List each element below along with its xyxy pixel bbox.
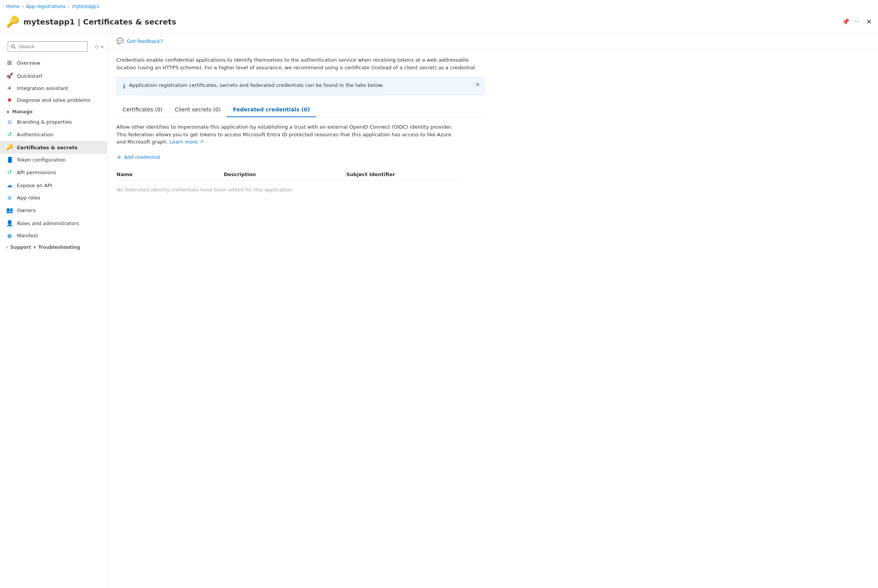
feedback-bar[interactable]: 💬 Got feedback?	[107, 34, 878, 49]
sidebar-item-expose-api[interactable]: ☁ Expose an API	[0, 179, 107, 192]
api-perm-icon: ↺	[6, 169, 13, 176]
learn-more-link[interactable]: Learn more ↗	[169, 139, 203, 145]
breadcrumb-home[interactable]: Home	[6, 4, 20, 9]
col-description: Description	[224, 172, 346, 177]
banner-close-icon[interactable]: ✕	[475, 82, 480, 88]
tab-federated-credentials[interactable]: Federated credentials (0)	[227, 103, 316, 117]
sidebar-item-owners[interactable]: 👥 Owners	[0, 204, 107, 217]
sidebar-label-diagnose: Diagnose and solve problems	[17, 97, 90, 103]
pin-icon[interactable]: 📌	[842, 18, 850, 25]
owners-icon: 👥	[6, 207, 13, 214]
sidebar-search-row: ◇ «	[0, 37, 107, 56]
sidebar-manage-section[interactable]: ∨ Manage	[0, 106, 107, 116]
title-actions: 📌 ···	[842, 18, 860, 25]
sidebar-item-branding[interactable]: ⊟ Branding & properties	[0, 116, 107, 128]
close-button[interactable]: ✕	[866, 18, 872, 26]
expose-api-icon: ☁	[6, 182, 13, 189]
banner-text: Application registration certificates, s…	[129, 82, 478, 88]
sidebar-label-owners: Owners	[17, 207, 36, 213]
quickstart-icon: 🚀	[6, 72, 13, 79]
sidebar-label-expose: Expose an API	[17, 183, 52, 188]
col-subject: Subject Identifier	[346, 172, 461, 177]
overview-icon: ⊞	[6, 59, 13, 66]
sidebar-item-overview[interactable]: ⊞ Overview	[0, 56, 107, 69]
tabs-row: Certificates (0) Client secrets (0) Fede…	[116, 103, 484, 117]
col-name: Name	[116, 172, 224, 177]
sidebar-item-integration[interactable]: ✈ Integration assistant	[0, 82, 107, 94]
content-area: 💬 Got feedback? Credentials enable confi…	[107, 34, 878, 588]
info-banner: ℹ Application registration certificates,…	[116, 77, 484, 95]
sidebar-label-app-roles: App roles	[17, 195, 40, 201]
tab-client-secrets[interactable]: Client secrets (0)	[169, 103, 227, 117]
tab-description-text: Allow other identities to impersonate th…	[116, 124, 452, 145]
roles-admin-icon: 👤	[6, 220, 13, 227]
sidebar-label-api: API permissions	[17, 170, 56, 175]
sidebar-item-roles-admin[interactable]: 👤 Roles and administrators	[0, 217, 107, 230]
sidebar-item-app-roles[interactable]: ⊞ App roles	[0, 192, 107, 204]
table-header: Name Description Subject Identifier	[116, 168, 461, 181]
manifest-icon: ▦	[6, 233, 13, 238]
sidebar: ◇ « ⊞ Overview 🚀 Quickstart ✈ Integratio…	[0, 34, 107, 588]
integration-icon: ✈	[6, 85, 13, 91]
title-bar: 🔑 mytestapp1 | Certificates & secrets 📌 …	[0, 13, 878, 34]
tab-certificates[interactable]: Certificates (0)	[116, 103, 169, 117]
sidebar-item-quickstart[interactable]: 🚀 Quickstart	[0, 69, 107, 82]
diagnose-icon: ✖	[6, 97, 13, 103]
feedback-label: Got feedback?	[127, 38, 163, 44]
page-title: mytestapp1 | Certificates & secrets	[23, 17, 842, 26]
sidebar-item-api-permissions[interactable]: ↺ API permissions	[0, 166, 107, 179]
branding-icon: ⊟	[6, 119, 13, 125]
main-description: Credentials enable confidential applicat…	[116, 56, 484, 71]
sidebar-label-auth: Authentication	[17, 132, 53, 137]
sidebar-search-container	[3, 38, 92, 55]
more-options-icon[interactable]: ···	[854, 18, 860, 25]
sidebar-label-branding: Branding & properties	[17, 119, 72, 125]
manage-chevron-icon: ∨	[6, 109, 10, 114]
sidebar-label-roles-admin: Roles and administrators	[17, 220, 79, 226]
token-icon: ▐▌	[6, 157, 13, 163]
breadcrumb-app-name[interactable]: mytestapp1	[72, 4, 100, 9]
sidebar-label-overview: Overview	[17, 60, 40, 66]
app-roles-icon: ⊞	[6, 195, 13, 201]
certs-icon: 🔑	[6, 144, 13, 151]
add-credential-button[interactable]: + Add credential	[116, 152, 869, 162]
support-chevron-icon: ›	[6, 245, 8, 250]
collapse-icon[interactable]: «	[101, 44, 104, 49]
plus-icon: +	[116, 154, 121, 161]
filter-icon[interactable]: ◇	[95, 44, 98, 49]
sidebar-item-authentication[interactable]: ↺ Authentication	[0, 128, 107, 141]
sidebar-label-integration: Integration assistant	[17, 85, 68, 91]
sidebar-item-certificates[interactable]: 🔑 Certificates & secrets	[0, 141, 107, 154]
auth-icon: ↺	[6, 131, 13, 138]
sidebar-item-token[interactable]: ▐▌ Token configuration	[0, 154, 107, 166]
title-key-icon: 🔑	[6, 15, 20, 28]
sidebar-item-diagnose[interactable]: ✖ Diagnose and solve problems	[0, 94, 107, 106]
sidebar-label-manifest: Manifest	[17, 233, 38, 238]
main-layout: ◇ « ⊞ Overview 🚀 Quickstart ✈ Integratio…	[0, 34, 878, 588]
empty-message: No federated identity credentials have b…	[116, 181, 869, 199]
sidebar-label-token: Token configuration	[17, 157, 66, 163]
sidebar-support-section[interactable]: › Support + Troubleshooting	[0, 242, 107, 252]
info-icon: ℹ	[123, 83, 125, 90]
search-input[interactable]	[8, 41, 88, 52]
sidebar-item-manifest[interactable]: ▦ Manifest	[0, 230, 107, 242]
tab-description: Allow other identities to impersonate th…	[116, 123, 461, 146]
sidebar-manage-label: Manage	[12, 109, 33, 114]
breadcrumb-app-reg[interactable]: App registrations	[26, 4, 66, 9]
sidebar-label-certs: Certificates & secrets	[17, 145, 77, 150]
breadcrumb: Home › App registrations › mytestapp1	[0, 0, 878, 13]
content-body: Credentials enable confidential applicat…	[107, 49, 878, 206]
add-credential-label: Add credential	[124, 154, 160, 160]
sidebar-support-label: Support + Troubleshooting	[10, 245, 80, 250]
feedback-icon: 💬	[116, 38, 124, 44]
sidebar-label-quickstart: Quickstart	[17, 73, 43, 79]
